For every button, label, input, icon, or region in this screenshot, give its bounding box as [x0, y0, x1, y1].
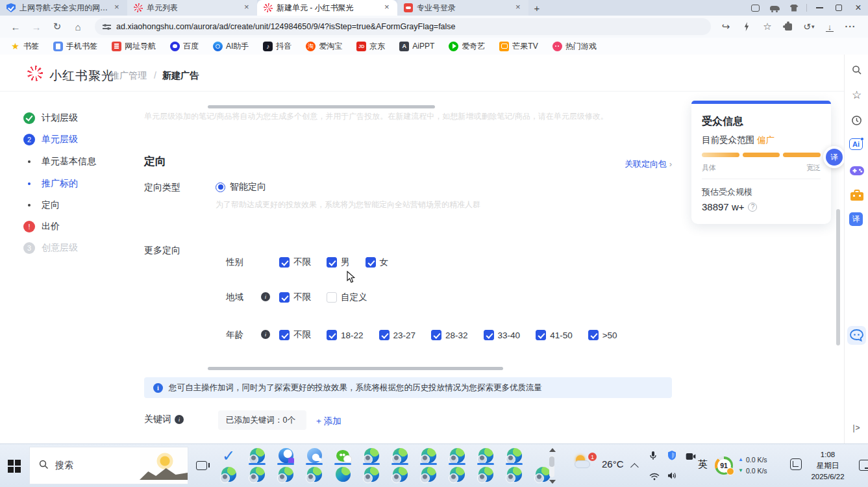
taskbar-app-icon[interactable]	[478, 466, 493, 483]
help-question-icon[interactable]	[748, 203, 757, 212]
tab-close-icon[interactable]	[382, 3, 392, 13]
taskbar-app-icon[interactable]	[335, 466, 351, 483]
taskbar-app-icon[interactable]	[449, 447, 465, 464]
info-icon[interactable]	[175, 415, 184, 424]
search-highlight-image[interactable]	[140, 447, 188, 484]
checkbox[interactable]	[431, 330, 441, 340]
camera-icon[interactable]	[686, 451, 696, 463]
bookmark-item[interactable]: 手机书签	[53, 41, 97, 52]
targeting-package-link[interactable]: 关联定向包 ›	[625, 158, 672, 170]
bookmark-item[interactable]: 热门游戏	[552, 41, 597, 52]
minimize-button[interactable]	[810, 0, 829, 16]
rail-history-clock-icon[interactable]	[849, 113, 864, 128]
breadcrumb-parent[interactable]: 推广管理	[110, 70, 147, 82]
notification-center-icon[interactable]	[859, 460, 868, 471]
region-option[interactable]: 不限	[279, 292, 311, 303]
age-option[interactable]: 41-50	[536, 330, 573, 340]
security-shield-icon[interactable]	[667, 450, 676, 463]
new-tab-button[interactable]: +	[528, 0, 545, 16]
taskbar-app-icon[interactable]	[278, 466, 293, 483]
site-permissions-icon[interactable]	[103, 23, 111, 30]
age-option[interactable]: 28-32	[431, 330, 468, 340]
bookmark-item[interactable]: 京东	[356, 41, 385, 52]
taskbar-app-icon[interactable]	[449, 466, 465, 483]
taskbar-clock[interactable]: 1:08 星期日 2025/6/22	[802, 449, 854, 482]
home-icon[interactable]: ⌂	[69, 18, 87, 35]
horizontal-scrollbar-thumb[interactable]	[208, 367, 503, 370]
info-icon[interactable]	[261, 330, 270, 339]
tab-close-icon[interactable]	[112, 3, 122, 13]
shirt-extension-icon[interactable]	[784, 0, 804, 16]
taskbar-app-icon[interactable]	[364, 466, 379, 483]
checkbox[interactable]	[279, 330, 290, 340]
gender-option[interactable]: 女	[366, 256, 389, 268]
rail-search-icon[interactable]	[849, 62, 864, 77]
taskbar-app-icon[interactable]	[421, 466, 436, 483]
tab-close-icon[interactable]	[513, 3, 523, 13]
scroll-up-icon[interactable]	[549, 448, 556, 452]
sidebar-item-unit-info[interactable]: 单元基本信息	[23, 156, 96, 168]
taskbar-app-icon[interactable]	[249, 447, 265, 464]
browser-tab-active[interactable]: 新建单元 - 小红书聚光	[257, 0, 397, 16]
taskbar-app-icon[interactable]	[364, 447, 379, 464]
rail-translate-icon[interactable]: 译	[849, 212, 863, 226]
taskbar-apps-scrollbar[interactable]	[547, 446, 556, 486]
bookmark-item[interactable]: AiPPT	[399, 42, 434, 51]
bookmark-item[interactable]: 芒果TV	[499, 41, 538, 52]
radio-selected-icon[interactable]	[216, 182, 225, 192]
maximize-button[interactable]	[829, 0, 849, 16]
taskbar-app-icon[interactable]	[506, 466, 522, 483]
taskbar-app-icon[interactable]	[478, 447, 493, 464]
bookmark-item[interactable]: AI助手	[213, 41, 249, 52]
downloads-icon[interactable]	[823, 19, 837, 34]
forward-icon[interactable]: →	[27, 18, 45, 35]
refresh-icon[interactable]: ↻	[48, 18, 66, 35]
battery-optimizer-ring[interactable]: 91	[715, 456, 733, 475]
browser-tab-4[interactable]: 专业号登录	[397, 0, 528, 16]
info-icon[interactable]	[261, 292, 270, 301]
checkbox[interactable]	[588, 330, 599, 340]
sidebar-item-unit-level[interactable]: 2 单元层级	[23, 134, 78, 145]
sidebar-item-targeting[interactable]: 定向	[23, 199, 60, 211]
network-speed-indicator[interactable]: ▲0.0 K/s ▼0.0 K/s	[738, 454, 785, 476]
page-scrollbar-thumb[interactable]	[836, 209, 840, 345]
browser-tab-1[interactable]: 上网导航-安全实用的网址导航	[0, 0, 127, 16]
scroll-down-icon[interactable]	[549, 480, 556, 484]
input-method-indicator[interactable]: 英	[698, 458, 708, 471]
smart-targeting-radio[interactable]: 智能定向	[216, 181, 266, 193]
rail-games-gamepad-icon[interactable]	[849, 163, 864, 178]
taskbar-app-icon[interactable]	[306, 447, 322, 464]
rail-toolbox-icon[interactable]	[849, 188, 864, 203]
scrollbar-thumb[interactable]	[549, 456, 554, 467]
age-option[interactable]: 不限	[279, 329, 311, 341]
age-option[interactable]: 33-40	[484, 330, 521, 340]
close-button[interactable]	[849, 0, 868, 16]
wifi-icon[interactable]	[649, 471, 660, 483]
hidden-icons-chevron[interactable]	[630, 463, 639, 471]
bookmark-item[interactable]: 抖音	[263, 41, 291, 52]
performance-icon[interactable]	[739, 19, 754, 34]
extensions-puzzle-icon[interactable]	[781, 19, 795, 34]
sidebar-item-creative-level[interactable]: 3 创意层级	[23, 242, 78, 254]
screenshot-tool-icon[interactable]	[790, 458, 802, 470]
history-dropdown-icon[interactable]	[802, 19, 816, 34]
url-bar[interactable]: ad.xiaohongshu.com/aurora/ad/create/unit…	[95, 18, 711, 35]
bookmark-item[interactable]: 百度	[170, 41, 199, 52]
rail-ai-icon[interactable]: Ai	[849, 138, 863, 150]
taskbar-search-box[interactable]: 搜索	[29, 447, 188, 484]
tab-box-icon[interactable]	[745, 0, 765, 16]
rail-collapse-icon[interactable]: |>	[849, 420, 864, 435]
browser-menu-icon[interactable]	[843, 19, 858, 34]
taskbar-app-icon[interactable]	[306, 466, 322, 483]
taskbar-app-icon[interactable]	[335, 447, 351, 464]
favorite-star-icon[interactable]	[760, 19, 775, 34]
start-button-icon[interactable]	[8, 460, 21, 473]
speaker-icon[interactable]	[667, 471, 677, 482]
checkbox[interactable]	[536, 330, 546, 340]
checkbox[interactable]	[366, 257, 376, 268]
region-option[interactable]: 自定义	[327, 292, 367, 303]
weather-icon[interactable]: 1	[575, 454, 597, 473]
age-option[interactable]: 23-27	[379, 330, 416, 340]
add-keyword-button[interactable]: + 添加	[316, 416, 341, 427]
url-text[interactable]: ad.xiaohongshu.com/aurora/ad/create/unit…	[116, 22, 456, 31]
